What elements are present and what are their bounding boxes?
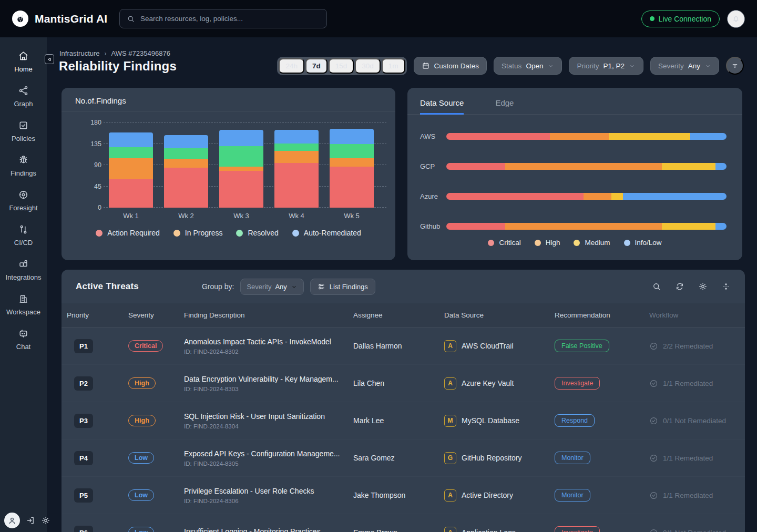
chat-icon	[18, 328, 29, 339]
legend-dot	[624, 240, 630, 246]
priority-value: P1, P2	[603, 62, 625, 70]
tab-data-source[interactable]: Data Source	[420, 98, 464, 115]
table-search-icon[interactable]	[652, 282, 661, 291]
time-range-15d[interactable]: 15d	[329, 58, 354, 74]
table-settings-icon[interactable]	[698, 282, 708, 291]
finding-title[interactable]: Anomalous Impact Tactic APIs - InvokeMod…	[184, 337, 353, 346]
sidebar-item-label: Integrations	[6, 273, 42, 281]
sidebar-item-findings[interactable]: Findings	[0, 155, 47, 177]
list-icon	[318, 283, 325, 291]
custom-dates-button[interactable]: Custom Dates	[414, 57, 487, 75]
recommendation-pill[interactable]: Investigate	[555, 526, 600, 532]
y-tick-label: 0	[98, 204, 101, 211]
recommendation-pill[interactable]: Investigate	[555, 377, 600, 390]
hbar-segment	[446, 223, 505, 230]
legend-item: High	[535, 239, 560, 247]
list-findings-button[interactable]: List Findings	[310, 279, 375, 295]
brand-name: MantisGrid AI	[35, 13, 107, 25]
sidebar-item-label: Workspace	[6, 308, 40, 316]
search-input[interactable]	[140, 15, 320, 23]
advanced-filter-button[interactable]	[726, 57, 744, 75]
hbar[interactable]	[446, 163, 727, 170]
priority-label: Priority	[577, 62, 599, 70]
live-connection-button[interactable]: Live Connection	[641, 11, 720, 27]
sidebar-collapse-button[interactable]	[45, 54, 54, 64]
table-row[interactable]: P2 High Data Encryption Vulnerability - …	[62, 365, 745, 402]
hbar[interactable]	[446, 133, 727, 140]
hbar-segment	[662, 163, 715, 170]
sidebar-item-foresight[interactable]: Foresight	[0, 189, 47, 212]
bar-segment	[274, 163, 319, 208]
bar-segment	[219, 130, 263, 146]
collapse-rows-icon[interactable]	[721, 282, 731, 291]
table-row[interactable]: P5 Low Privilege Escalation - User Role …	[62, 477, 745, 514]
sidebar-item-integrations[interactable]: Integrations	[0, 259, 47, 281]
bar-wk-2[interactable]	[164, 135, 208, 208]
status-select[interactable]: Status Open	[494, 57, 562, 75]
global-search[interactable]	[119, 9, 327, 28]
workflow-status: 2/2 Remediated	[663, 342, 713, 350]
breadcrumb-root[interactable]: Infrastructure	[59, 49, 100, 57]
time-range-1m[interactable]: 1m	[382, 58, 405, 74]
recommendation-pill[interactable]: Monitor	[555, 489, 590, 502]
bar-wk-4[interactable]	[274, 130, 319, 208]
legend-item: Auto-Remediated	[292, 229, 361, 237]
hbar[interactable]	[446, 223, 727, 230]
datasource-row-github: Github	[420, 211, 727, 241]
recommendation-pill[interactable]: Respond	[555, 414, 595, 427]
table-row[interactable]: P1 Critical Anomalous Impact Tactic APIs…	[62, 328, 745, 365]
time-range-30d[interactable]: 30d	[355, 58, 381, 74]
sidebar-item-label: Home	[14, 65, 33, 73]
table-row[interactable]: P6 Low Insufficient Logging - Monitoring…	[62, 514, 745, 532]
mantis-logo-icon	[12, 11, 28, 27]
sidebar-item-home[interactable]: Home	[0, 50, 47, 73]
severity-select[interactable]: Severity Any	[650, 57, 719, 75]
check-circle-icon	[649, 342, 658, 351]
sidebar-item-workspace[interactable]: Workspace	[0, 293, 47, 316]
legend-label: High	[546, 239, 560, 247]
table-row[interactable]: P3 High SQL Injection Risk - User Input …	[62, 402, 745, 439]
sidebar-item-ci-cd[interactable]: CI/CD	[0, 224, 47, 247]
tab-edge[interactable]: Edge	[495, 98, 514, 115]
table-row[interactable]: P4 Low Exposed API Keys - Configuration …	[62, 439, 745, 477]
logout-button[interactable]	[26, 516, 35, 525]
assignee: Dallas Harmon	[353, 342, 444, 350]
data-source-initial-icon: A	[444, 377, 456, 390]
hbar-segment	[584, 193, 611, 200]
sidebar-bottom	[4, 513, 50, 528]
finding-title[interactable]: Privilege Escalation - User Role Checks	[184, 487, 353, 495]
finding-title[interactable]: Insufficient Logging - Monitoring Practi…	[184, 527, 353, 532]
data-source-name: AWS CloudTrail	[462, 342, 514, 350]
legend-item: In Progress	[173, 229, 223, 237]
group-by-severity-select[interactable]: Severity Any	[240, 279, 303, 295]
recommendation-pill[interactable]: False Positive	[555, 340, 609, 352]
chevron-down-icon	[629, 63, 636, 69]
datasource-row-azure: Azure	[420, 181, 727, 211]
bar-wk-3[interactable]	[219, 130, 263, 208]
finding-title[interactable]: SQL Injection Risk - User Input Sanitiza…	[184, 412, 353, 421]
user-avatar[interactable]	[4, 513, 20, 528]
group-by-label: Group by:	[202, 282, 234, 291]
finding-id: ID: FIND-2024-8303	[184, 386, 353, 392]
settings-button[interactable]	[41, 516, 50, 525]
finding-title[interactable]: Data Encryption Vulnerability - Key Mana…	[184, 375, 353, 383]
logout-icon	[26, 516, 35, 525]
group-by: Group by: Severity Any List Findings	[202, 279, 375, 295]
data-source-initial-icon: G	[444, 452, 456, 464]
recommendation-pill[interactable]: Monitor	[555, 452, 590, 464]
hbar[interactable]	[446, 193, 727, 200]
finding-title[interactable]: Exposed API Keys - Configuration Managem…	[184, 449, 353, 458]
hbar-segment	[623, 193, 727, 200]
bar-wk-5[interactable]	[330, 129, 374, 208]
notifications-button[interactable]	[727, 10, 745, 28]
time-range-7d[interactable]: 7d	[305, 58, 328, 74]
priority-select[interactable]: Priority P1, P2	[569, 57, 643, 75]
hbar-segment	[505, 223, 662, 230]
sidebar-item-chat[interactable]: Chat	[0, 328, 47, 351]
sidebar-item-policies[interactable]: Policies	[0, 120, 47, 142]
time-range-24h[interactable]: 24h	[279, 58, 304, 74]
sidebar-item-graph[interactable]: Graph	[0, 85, 47, 108]
bar-wk-1[interactable]	[109, 132, 153, 208]
refresh-icon[interactable]	[675, 282, 684, 291]
assignee: Sara Gomez	[353, 454, 444, 462]
